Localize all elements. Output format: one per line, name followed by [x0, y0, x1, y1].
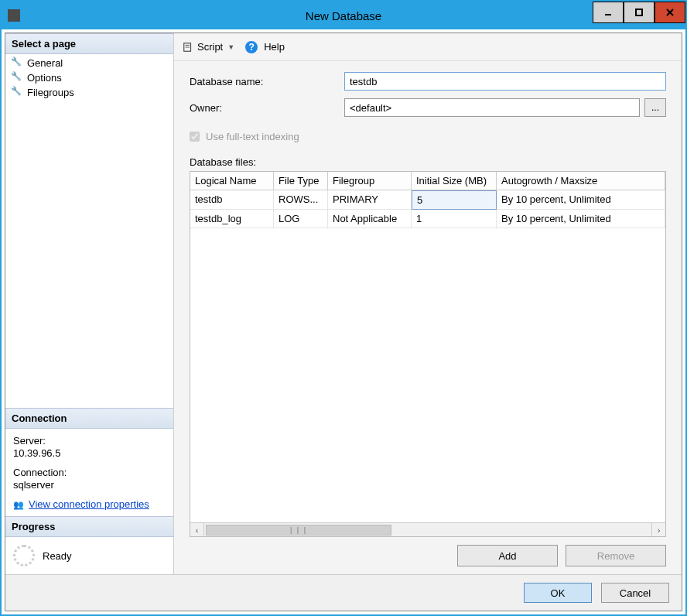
script-button[interactable]: Script: [197, 41, 223, 53]
ok-button[interactable]: OK: [524, 583, 592, 603]
fulltext-checkbox: [190, 132, 200, 142]
page-item-general[interactable]: General: [5, 56, 173, 70]
sidebar: Select a page General Options Filegroups: [5, 33, 174, 574]
grid-body: testdb ROWS... PRIMARY 5 By 10 percent, …: [190, 190, 665, 522]
select-page-header: Select a page: [5, 33, 173, 54]
cell-initial-size[interactable]: 5: [412, 190, 497, 210]
app-icon: [8, 9, 20, 22]
progress-status: Ready: [43, 550, 72, 562]
connection-body: Server: 10.39.96.5 Connection: sqlserver…: [5, 429, 173, 516]
owner-input[interactable]: [344, 98, 640, 117]
cell-file-type[interactable]: ROWS...: [274, 190, 328, 210]
script-icon: [182, 41, 194, 53]
window-title: New Database: [306, 9, 381, 22]
connection-user-label: Connection:: [13, 467, 166, 478]
cell-autogrowth[interactable]: By 10 percent, Unlimited: [497, 210, 665, 228]
page-item-options[interactable]: Options: [5, 70, 173, 85]
help-button[interactable]: Help: [264, 41, 285, 53]
grid-button-row: Add Remove: [190, 545, 666, 566]
grid-row[interactable]: testdb ROWS... PRIMARY 5 By 10 percent, …: [190, 190, 665, 210]
script-dropdown-arrow-icon[interactable]: ▼: [227, 43, 234, 51]
grid-row[interactable]: testdb_log LOG Not Applicable 1 By 10 pe…: [190, 210, 665, 228]
svg-rect-1: [636, 9, 642, 15]
wrench-icon: [12, 87, 22, 98]
dialog-window: New Database Select a page General: [0, 0, 687, 616]
form-panel: Database name: Owner: ...: [174, 61, 682, 574]
connection-properties-icon: [13, 498, 24, 510]
minimize-button[interactable]: [593, 2, 624, 23]
connection-header: Connection: [5, 408, 173, 429]
wrench-icon: [12, 73, 22, 84]
add-button[interactable]: Add: [457, 545, 558, 566]
database-files-label: Database files:: [190, 156, 666, 168]
view-connection-properties[interactable]: View connection properties: [13, 498, 166, 510]
progress-header: Progress: [5, 516, 173, 537]
cell-initial-size[interactable]: 1: [412, 210, 497, 228]
db-name-label: Database name:: [190, 76, 344, 87]
progress-spinner-icon: [13, 545, 35, 566]
window-controls: [593, 2, 685, 23]
page-item-filegroups[interactable]: Filegroups: [5, 85, 173, 100]
page-label: General: [27, 57, 63, 69]
progress-body: Ready: [5, 537, 173, 574]
page-label: Options: [27, 72, 62, 84]
scroll-right-arrow-icon[interactable]: ›: [651, 523, 665, 536]
scroll-left-arrow-icon[interactable]: ‹: [190, 523, 204, 536]
database-files-grid[interactable]: Logical Name File Type Filegroup Initial…: [190, 171, 666, 537]
server-label: Server:: [13, 435, 166, 447]
fulltext-label: Use full-text indexing: [206, 131, 299, 142]
cancel-button[interactable]: Cancel: [601, 583, 669, 603]
content-area: Script ▼ ? Help Database name: Owner:: [174, 33, 682, 574]
cell-file-type[interactable]: LOG: [274, 210, 328, 228]
owner-browse-button[interactable]: ...: [644, 98, 666, 117]
page-label: Filegroups: [27, 87, 74, 98]
page-list: General Options Filegroups: [5, 54, 173, 101]
cell-filegroup[interactable]: PRIMARY: [328, 190, 412, 210]
maximize-button[interactable]: [624, 2, 655, 23]
server-value: 10.39.96.5: [13, 447, 166, 459]
titlebar[interactable]: New Database: [2, 2, 685, 29]
cell-filegroup[interactable]: Not Applicable: [328, 210, 412, 228]
remove-button: Remove: [566, 545, 666, 566]
db-name-input[interactable]: [344, 72, 666, 91]
db-name-row: Database name:: [190, 72, 666, 91]
main-area: Select a page General Options Filegroups: [5, 33, 682, 574]
cell-autogrowth[interactable]: By 10 percent, Unlimited: [497, 190, 665, 210]
horizontal-scrollbar[interactable]: ‹ | | | ›: [190, 522, 665, 536]
grid-header: Logical Name File Type Filegroup Initial…: [190, 172, 665, 190]
wrench-icon: [12, 58, 22, 69]
owner-row: Owner: ...: [190, 98, 666, 117]
cell-logical-name[interactable]: testdb_log: [190, 210, 274, 228]
connection-user-value: sqlserver: [13, 479, 166, 491]
col-logical-name[interactable]: Logical Name: [190, 172, 274, 190]
cell-logical-name[interactable]: testdb: [190, 190, 274, 210]
view-connection-properties-link[interactable]: View connection properties: [29, 498, 149, 510]
col-initial-size[interactable]: Initial Size (MB): [412, 172, 497, 190]
scroll-thumb[interactable]: | | |: [206, 525, 391, 536]
client-area: Select a page General Options Filegroups: [5, 33, 682, 611]
toolbar: Script ▼ ? Help: [174, 33, 682, 61]
close-button[interactable]: [655, 2, 685, 23]
dialog-footer: OK Cancel: [5, 574, 682, 611]
help-icon: ?: [245, 41, 258, 53]
fulltext-row: Use full-text indexing: [190, 131, 666, 142]
col-filegroup[interactable]: Filegroup: [328, 172, 412, 190]
col-autogrowth[interactable]: Autogrowth / Maxsize: [497, 172, 665, 190]
col-file-type[interactable]: File Type: [274, 172, 328, 190]
owner-label: Owner:: [190, 102, 344, 114]
